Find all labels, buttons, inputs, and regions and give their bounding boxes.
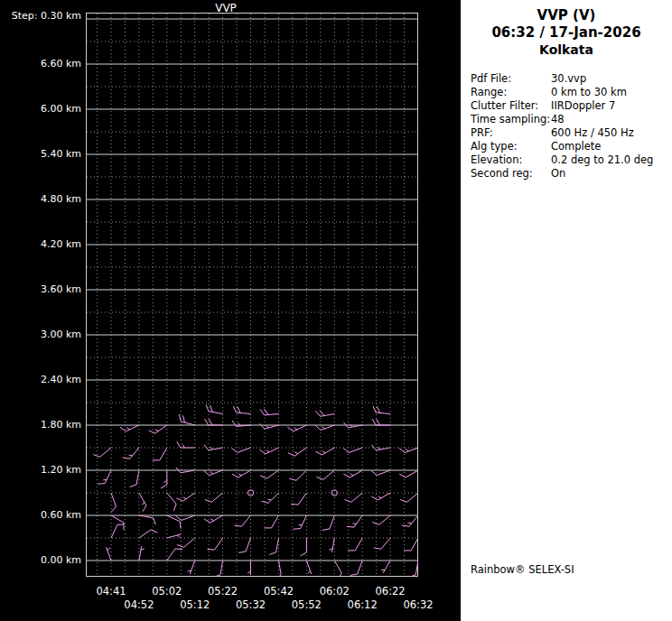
wind-barb <box>177 538 195 547</box>
parameter-label: PRF: <box>471 126 551 140</box>
wind-barb <box>402 515 418 526</box>
wind-barb <box>167 493 176 511</box>
wind-barb <box>259 424 278 430</box>
wind-barb <box>213 561 222 577</box>
wind-barb <box>234 515 250 526</box>
wind-barb <box>288 448 306 456</box>
y-tick-label: 4.20 km <box>0 238 81 250</box>
wind-barb <box>231 448 250 453</box>
wind-barb <box>371 493 390 500</box>
wind-barb <box>259 448 278 454</box>
x-tick-label: 05:12 <box>173 598 218 611</box>
wind-barb <box>348 538 362 551</box>
wind-barb <box>315 425 334 431</box>
parameter-row: Alg type:Complete <box>471 140 672 153</box>
parameter-value: 0 km to 30 km <box>551 86 627 98</box>
parameter-row: Elevation:0.2 deg to 21.0 deg <box>471 153 672 167</box>
wind-barb <box>98 470 111 484</box>
plot-border <box>87 14 418 577</box>
x-tick-label: 05:22 <box>201 585 246 598</box>
wind-barb <box>111 524 125 538</box>
wind-barbs <box>93 404 418 577</box>
wind-barb <box>205 493 223 502</box>
wind-barb <box>329 538 334 552</box>
wind-barb <box>347 515 362 527</box>
x-axis-labels: 04:4104:5205:0205:1205:2205:3205:4205:52… <box>86 585 429 617</box>
parameter-value: IIRDoppler 7 <box>551 99 615 112</box>
wind-barb <box>269 538 278 555</box>
wind-barb <box>374 538 390 549</box>
parameter-row: Clutter Filter:IIRDoppler 7 <box>471 99 672 113</box>
parameter-value: 0.2 deg to 21.0 deg <box>551 153 653 166</box>
y-tick-label: 1.80 km <box>0 419 81 431</box>
y-tick-label: 5.40 km <box>0 148 81 160</box>
wind-barb <box>317 470 335 479</box>
info-panel: VVP (V) 06:32 / 17-Jan-2026 Kolkata Pdf … <box>461 0 672 621</box>
wind-barb <box>306 561 311 574</box>
y-tick-label: 4.80 km <box>0 193 81 205</box>
parameter-label: Elevation: <box>471 153 551 167</box>
y-tick-label: 2.40 km <box>0 374 81 385</box>
x-tick-label: 06:22 <box>368 585 413 598</box>
wind-barb <box>205 419 223 425</box>
parameter-row: PRF:600 Hz / 450 Hz <box>471 126 672 140</box>
x-tick-label: 06:32 <box>396 598 441 611</box>
wind-barb <box>208 538 223 550</box>
wind-barb <box>371 470 390 476</box>
parameter-value: Complete <box>551 140 601 153</box>
parameter-label: Clutter Filter: <box>471 99 551 113</box>
parameter-row: Range:0 km to 30 km <box>471 86 672 99</box>
y-tick-label: 0.00 km <box>0 554 81 566</box>
wind-barb <box>373 406 390 414</box>
y-tick-label: 0.60 km <box>0 509 81 521</box>
x-tick-label: 05:32 <box>229 598 274 611</box>
grid-minor-vertical <box>98 14 405 576</box>
wind-barb <box>233 406 250 414</box>
wind-barb <box>260 470 278 478</box>
wind-barb <box>300 538 306 556</box>
wind-barb <box>315 410 334 416</box>
x-tick-label: 04:41 <box>89 585 134 598</box>
wind-barb <box>153 448 167 460</box>
wind-barb <box>111 493 117 512</box>
wind-barb <box>372 419 390 425</box>
wind-barb <box>161 470 167 488</box>
y-tick-label: 1.20 km <box>0 464 81 476</box>
wind-barb <box>139 493 146 512</box>
parameter-row: Pdf File:30.vvp <box>471 72 672 86</box>
parameter-list: Pdf File:30.vvpRange:0 km to 30 kmClutte… <box>471 72 672 181</box>
wind-barb <box>265 515 279 528</box>
wind-barb <box>232 470 251 477</box>
grid-major-horizontal <box>87 19 417 561</box>
x-tick-label: 04:52 <box>117 598 162 611</box>
parameter-value: 30.vvp <box>551 72 586 85</box>
wind-barb <box>167 549 182 561</box>
x-tick-label: 06:02 <box>312 585 357 598</box>
wind-barb <box>206 404 223 413</box>
y-axis-labels: 6.60 km6.00 km5.40 km4.80 km4.20 km3.60 … <box>0 0 81 621</box>
y-tick-label: 3.60 km <box>0 283 81 295</box>
vvp-product-window: VVP Step: 0.30 km 6.60 km6.00 km5.40 km4… <box>0 0 672 621</box>
wind-barb <box>289 470 306 480</box>
wind-barb <box>107 547 112 561</box>
wind-barb <box>123 448 139 459</box>
wind-barb <box>176 493 194 501</box>
wind-barb <box>381 561 390 573</box>
x-tick-label: 05:42 <box>256 585 301 598</box>
x-tick-label: 05:52 <box>284 598 329 611</box>
y-tick-label: 6.00 km <box>0 103 81 115</box>
wind-barb <box>204 470 223 476</box>
parameter-label: Pdf File: <box>471 72 551 86</box>
wind-barb <box>167 534 182 538</box>
product-title: VVP (V) <box>461 7 672 23</box>
wind-barb <box>322 515 334 530</box>
parameter-label: Alg type: <box>471 140 551 153</box>
parameter-value: On <box>551 167 565 180</box>
wind-barb <box>400 493 418 502</box>
vvp-time-height-plot <box>86 13 418 577</box>
parameter-value: 48 <box>551 113 565 125</box>
wind-barb <box>179 414 195 425</box>
wind-barb <box>260 409 279 415</box>
parameter-row: Time sampling:48 <box>471 113 672 126</box>
wind-barb <box>343 470 362 477</box>
